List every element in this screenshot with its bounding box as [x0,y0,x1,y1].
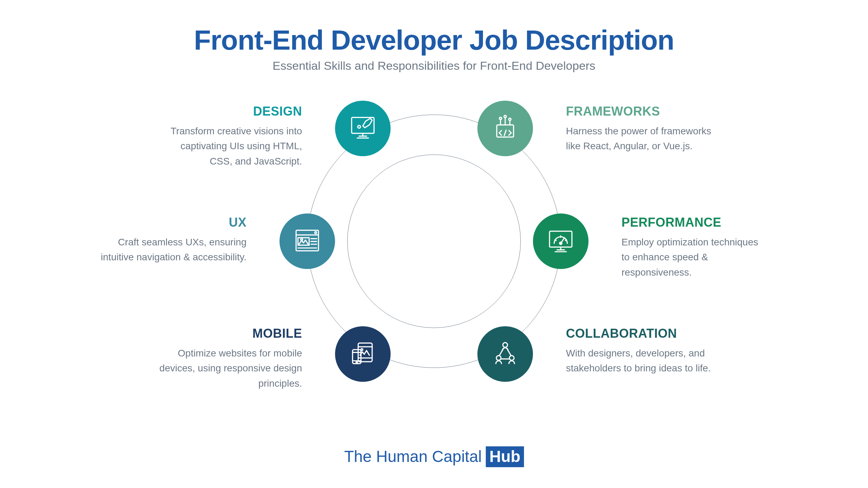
svg-line-42 [507,349,511,355]
performance-gauge-icon [546,226,576,257]
desc-ux: Craft seamless UXs, ensuring intuitive n… [101,235,247,265]
frameworks-toolbox-icon [490,113,520,144]
node-mobile [335,326,391,382]
text-ux: UX Craft seamless UXs, ensuring intuitiv… [101,215,247,265]
mobile-devices-icon [348,338,378,370]
node-ux [279,213,335,269]
label-ux: UX [101,215,247,230]
node-frameworks [477,101,533,156]
svg-point-14 [315,232,317,233]
label-frameworks: FRAMEWORKS [566,104,712,119]
label-design: DESIGN [156,104,302,119]
label-mobile: MOBILE [156,326,302,341]
brand-text: The Human Capital [344,447,482,466]
desc-mobile: Optimize websites for mobile devices, us… [156,346,302,391]
svg-rect-5 [497,125,514,137]
brand-highlight-box: Hub [486,446,524,467]
svg-line-41 [500,349,503,355]
svg-point-7 [499,117,502,120]
svg-point-38 [503,343,507,347]
text-performance: PERFORMANCE Employ optimization techniqu… [621,215,767,280]
svg-point-39 [496,356,501,360]
svg-point-16 [301,239,302,241]
text-collaboration: COLLABORATION With designers, developers… [566,326,712,376]
node-collaboration [477,326,533,382]
node-design [335,101,391,156]
svg-point-37 [356,362,358,363]
text-frameworks: FRAMEWORKS Harness the power of framewor… [566,104,712,154]
svg-point-4 [358,125,360,128]
svg-line-28 [565,239,566,241]
text-mobile: MOBILE Optimize websites for mobile devi… [156,326,302,391]
svg-point-11 [509,118,511,120]
desc-performance: Employ optimization techniques to enhanc… [621,235,767,280]
collaboration-people-icon [490,338,520,370]
label-collaboration: COLLABORATION [566,326,712,341]
page-header: Front-End Developer Job Description Esse… [0,0,868,73]
page-subtitle: Essential Skills and Responsibilities fo… [0,59,868,73]
desc-frameworks: Harness the power of frameworks like Rea… [566,124,712,154]
svg-point-9 [504,115,507,118]
ux-wireframe-icon [292,226,322,257]
label-performance: PERFORMANCE [621,215,767,230]
desc-design: Transform creative visions into captivat… [156,124,302,169]
svg-line-27 [555,239,556,241]
svg-point-40 [509,356,514,360]
desc-collaboration: With designers, developers, and stakehol… [566,346,712,376]
footer-brand: The Human Capital Hub [344,446,524,467]
text-design: DESIGN Transform creative visions into c… [156,104,302,169]
page-title: Front-End Developer Job Description [0,24,868,56]
inner-ring [347,154,521,328]
circular-diagram: DESIGN Transform creative visions into c… [0,87,868,420]
design-monitor-brush-icon [348,113,378,144]
node-performance [533,213,589,269]
